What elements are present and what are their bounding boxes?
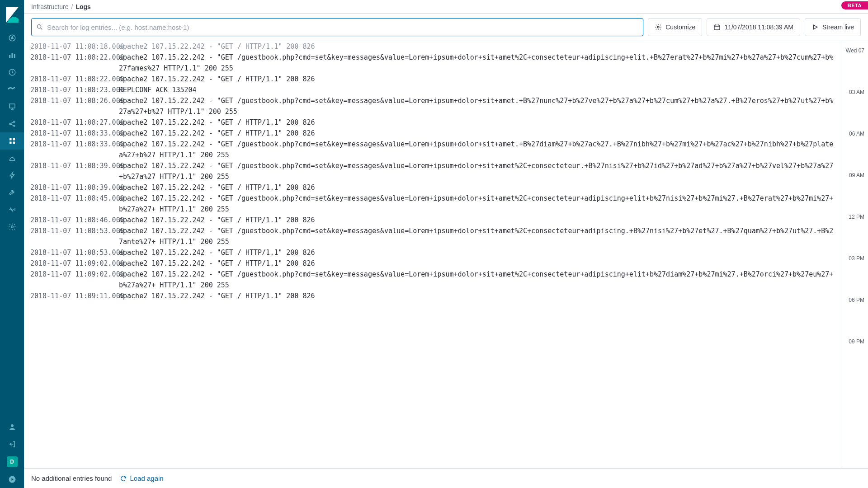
breadcrumb-bar: Infrastructure / Logs BETA: [24, 0, 868, 14]
minimap-tick: 03 PM: [849, 255, 864, 262]
svg-marker-21: [814, 25, 817, 29]
log-timestamp: 2018-11-07 11:08:39.000: [24, 182, 119, 193]
breadcrumb-parent[interactable]: Infrastructure: [31, 3, 68, 10]
log-message: apache2 107.15.22.242 - "GET /guestbook.…: [119, 193, 841, 215]
log-message: apache2 107.15.22.242 - "GET / HTTP/1.1"…: [119, 182, 841, 193]
nav-infrastructure-icon[interactable]: [0, 132, 24, 150]
nav-devtools-icon[interactable]: [0, 184, 24, 201]
log-message: apache2 107.15.22.242 - "GET /guestbook.…: [119, 95, 841, 117]
load-again-label: Load again: [130, 474, 163, 482]
svg-rect-10: [9, 138, 12, 141]
log-list[interactable]: 2018-11-07 11:08:18.000apache2 107.15.22…: [24, 41, 841, 468]
svg-rect-2: [9, 55, 10, 58]
nav-visualize-icon[interactable]: [0, 47, 24, 64]
datetime-button[interactable]: 11/07/2018 11:08:39 AM: [707, 18, 800, 36]
log-message: apache2 107.15.22.242 - "GET / HTTP/1.1"…: [119, 41, 841, 52]
log-timestamp: 2018-11-07 11:08:22.000: [24, 52, 119, 74]
nav-collapse-icon[interactable]: [0, 471, 24, 488]
nav-timelion-icon[interactable]: [0, 81, 24, 98]
svg-rect-11: [13, 138, 15, 141]
toolbar: Customize 11/07/2018 11:08:39 AM Stream …: [24, 14, 868, 41]
log-timestamp: 2018-11-07 11:09:02.000: [24, 269, 119, 291]
kibana-logo[interactable]: [0, 0, 24, 29]
svg-rect-4: [14, 54, 15, 58]
svg-rect-20: [714, 25, 720, 30]
log-footer: No additional entries found Load again: [24, 468, 868, 488]
log-row[interactable]: 2018-11-07 11:09:02.000apache2 107.15.22…: [24, 258, 841, 269]
minimap-tick: 12 PM: [849, 214, 864, 220]
log-message: apache2 107.15.22.242 - "GET /guestbook.…: [119, 139, 841, 160]
customize-button[interactable]: Customize: [648, 18, 702, 36]
minimap-tick: 06 AM: [849, 131, 864, 137]
log-message: apache2 107.15.22.242 - "GET / HTTP/1.1"…: [119, 74, 841, 84]
log-row[interactable]: 2018-11-07 11:08:22.000apache2 107.15.22…: [24, 52, 841, 74]
refresh-icon: [120, 475, 127, 482]
log-row[interactable]: 2018-11-07 11:08:53.000apache2 107.15.22…: [24, 225, 841, 247]
footer-status: No additional entries found: [31, 474, 112, 482]
nav-apm-icon[interactable]: [0, 167, 24, 184]
log-message: apache2 107.15.22.242 - "GET / HTTP/1.1"…: [119, 128, 841, 139]
sidebar: D: [0, 0, 24, 488]
main-content: Infrastructure / Logs BETA Customize 11/…: [24, 0, 868, 488]
log-row[interactable]: 2018-11-07 11:08:26.000apache2 107.15.22…: [24, 95, 841, 117]
log-row[interactable]: 2018-11-07 11:08:53.000apache2 107.15.22…: [24, 247, 841, 258]
minimap-day: Wed 07: [846, 47, 864, 54]
log-row[interactable]: 2018-11-07 11:08:18.000apache2 107.15.22…: [24, 41, 841, 52]
log-timestamp: 2018-11-07 11:09:11.000: [24, 291, 119, 301]
log-message: apache2 107.15.22.242 - "GET / HTTP/1.1"…: [119, 215, 841, 225]
log-message: apache2 107.15.22.242 - "GET /guestbook.…: [119, 52, 841, 74]
log-timestamp: 2018-11-07 11:08:26.000: [24, 95, 119, 117]
nav-discover-icon[interactable]: [0, 29, 24, 47]
log-row[interactable]: 2018-11-07 11:08:39.000apache2 107.15.22…: [24, 182, 841, 193]
breadcrumb-sep: /: [71, 3, 73, 10]
customize-label: Customize: [665, 23, 695, 31]
beta-badge: BETA: [841, 1, 868, 9]
log-message: apache2 107.15.22.242 - "GET /guestbook.…: [119, 225, 841, 247]
log-minimap[interactable]: Wed 07 03 AM 06 AM 09 AM 12 PM 03 PM 06 …: [841, 41, 868, 468]
minimap-tick: 09 PM: [849, 338, 864, 345]
stream-live-button[interactable]: Stream live: [805, 18, 861, 36]
nav-canvas-icon[interactable]: [0, 98, 24, 115]
log-row[interactable]: 2018-11-07 11:09:02.000apache2 107.15.22…: [24, 269, 841, 291]
log-row[interactable]: 2018-11-07 11:09:11.000apache2 107.15.22…: [24, 291, 841, 301]
log-timestamp: 2018-11-07 11:08:23.000: [24, 84, 119, 95]
log-message: REPLCONF ACK 135204: [119, 84, 841, 95]
svg-point-19: [657, 26, 659, 28]
log-timestamp: 2018-11-07 11:08:39.000: [24, 160, 119, 182]
log-message: apache2 107.15.22.242 - "GET /guestbook.…: [119, 269, 841, 291]
nav-dashboard-icon[interactable]: [0, 64, 24, 81]
nav-logout-icon[interactable]: [0, 436, 24, 453]
search-input[interactable]: [47, 23, 638, 31]
log-row[interactable]: 2018-11-07 11:08:39.000apache2 107.15.22…: [24, 160, 841, 182]
log-row[interactable]: 2018-11-07 11:08:46.000apache2 107.15.22…: [24, 215, 841, 225]
svg-rect-6: [9, 104, 15, 108]
log-timestamp: 2018-11-07 11:08:18.000: [24, 41, 119, 52]
log-row[interactable]: 2018-11-07 11:08:33.000apache2 107.15.22…: [24, 128, 841, 139]
log-message: apache2 107.15.22.242 - "GET /guestbook.…: [119, 160, 841, 182]
log-row[interactable]: 2018-11-07 11:08:22.000apache2 107.15.22…: [24, 74, 841, 84]
log-row[interactable]: 2018-11-07 11:08:23.000REPLCONF ACK 1352…: [24, 84, 841, 95]
space-badge[interactable]: D: [7, 456, 18, 467]
minimap-tick: 03 AM: [849, 89, 864, 95]
nav-monitoring-icon[interactable]: [0, 201, 24, 218]
log-timestamp: 2018-11-07 11:08:22.000: [24, 74, 119, 84]
search-wrapper[interactable]: [31, 18, 643, 36]
log-row[interactable]: 2018-11-07 11:08:27.000apache2 107.15.22…: [24, 117, 841, 128]
log-row[interactable]: 2018-11-07 11:08:45.000apache2 107.15.22…: [24, 193, 841, 215]
nav-ml-icon[interactable]: [0, 115, 24, 132]
nav-user-icon[interactable]: [0, 418, 24, 436]
svg-point-14: [11, 226, 13, 228]
log-message: apache2 107.15.22.242 - "GET / HTTP/1.1"…: [119, 291, 841, 301]
log-message: apache2 107.15.22.242 - "GET / HTTP/1.1"…: [119, 258, 841, 269]
nav-management-icon[interactable]: [0, 218, 24, 235]
calendar-icon: [713, 23, 721, 31]
svg-point-7: [9, 123, 11, 125]
search-icon: [36, 23, 43, 31]
play-icon: [811, 23, 819, 31]
datetime-label: 11/07/2018 11:08:39 AM: [724, 23, 793, 31]
load-again-button[interactable]: Load again: [120, 474, 163, 482]
log-row[interactable]: 2018-11-07 11:08:33.000apache2 107.15.22…: [24, 139, 841, 160]
log-message: apache2 107.15.22.242 - "GET / HTTP/1.1"…: [119, 247, 841, 258]
nav-logs-icon[interactable]: [0, 150, 24, 167]
minimap-tick: 09 AM: [849, 172, 864, 178]
